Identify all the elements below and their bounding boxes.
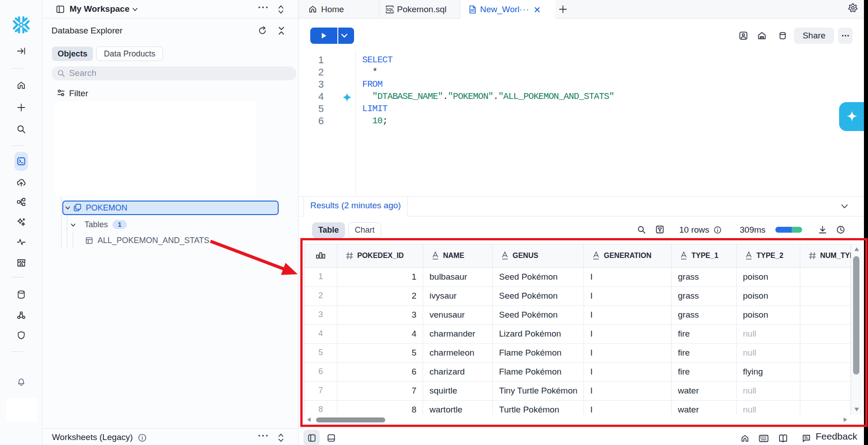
svg-text:SQL: SQL bbox=[386, 7, 394, 12]
